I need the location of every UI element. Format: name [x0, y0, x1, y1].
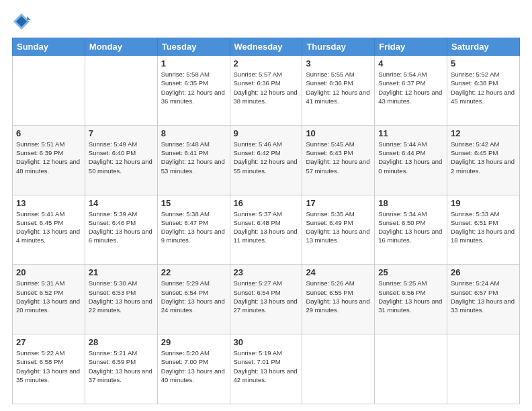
day-number: 25	[378, 267, 443, 277]
calendar-cell: 22Sunrise: 5:29 AM Sunset: 6:54 PM Dayli…	[157, 265, 230, 334]
day-number: 8	[161, 128, 226, 138]
day-number: 15	[161, 198, 226, 208]
day-number: 24	[306, 267, 371, 277]
day-number: 19	[451, 198, 516, 208]
day-info: Sunrise: 5:25 AM Sunset: 6:56 PM Dayligh…	[378, 279, 443, 314]
day-info: Sunrise: 5:44 AM Sunset: 6:44 PM Dayligh…	[378, 140, 443, 175]
day-number: 14	[89, 198, 154, 208]
calendar-cell: 27Sunrise: 5:22 AM Sunset: 6:58 PM Dayli…	[13, 334, 85, 404]
calendar-table: SundayMondayTuesdayWednesdayThursdayFrid…	[12, 38, 520, 404]
day-info: Sunrise: 5:49 AM Sunset: 6:40 PM Dayligh…	[89, 140, 154, 175]
day-info: Sunrise: 5:24 AM Sunset: 6:57 PM Dayligh…	[451, 279, 516, 314]
calendar-cell: 21Sunrise: 5:30 AM Sunset: 6:53 PM Dayli…	[85, 265, 157, 334]
logo-icon	[12, 12, 31, 31]
calendar-cell: 1Sunrise: 5:58 AM Sunset: 6:35 PM Daylig…	[157, 56, 230, 126]
day-info: Sunrise: 5:45 AM Sunset: 6:43 PM Dayligh…	[306, 140, 371, 175]
day-info: Sunrise: 5:46 AM Sunset: 6:42 PM Dayligh…	[234, 140, 299, 175]
calendar-cell	[302, 334, 375, 404]
day-info: Sunrise: 5:51 AM Sunset: 6:39 PM Dayligh…	[16, 140, 81, 175]
calendar-cell: 16Sunrise: 5:37 AM Sunset: 6:48 PM Dayli…	[230, 195, 302, 265]
day-number: 20	[16, 267, 81, 277]
day-info: Sunrise: 5:30 AM Sunset: 6:53 PM Dayligh…	[89, 279, 154, 314]
calendar-week-row: 13Sunrise: 5:41 AM Sunset: 6:45 PM Dayli…	[13, 195, 520, 265]
calendar-cell: 5Sunrise: 5:52 AM Sunset: 6:38 PM Daylig…	[447, 56, 520, 126]
day-number: 29	[161, 337, 226, 347]
weekday-header-monday: Monday	[85, 38, 157, 56]
day-number: 9	[234, 128, 299, 138]
calendar-week-row: 27Sunrise: 5:22 AM Sunset: 6:58 PM Dayli…	[13, 334, 520, 404]
day-number: 6	[16, 128, 81, 138]
day-info: Sunrise: 5:42 AM Sunset: 6:45 PM Dayligh…	[451, 140, 516, 175]
calendar-cell: 25Sunrise: 5:25 AM Sunset: 6:56 PM Dayli…	[375, 265, 447, 334]
day-info: Sunrise: 5:27 AM Sunset: 6:54 PM Dayligh…	[234, 279, 299, 314]
calendar-cell: 2Sunrise: 5:57 AM Sunset: 6:36 PM Daylig…	[230, 56, 302, 126]
calendar-cell: 14Sunrise: 5:39 AM Sunset: 6:46 PM Dayli…	[85, 195, 157, 265]
weekday-header-friday: Friday	[375, 38, 447, 56]
calendar-week-row: 1Sunrise: 5:58 AM Sunset: 6:35 PM Daylig…	[13, 56, 520, 126]
day-number: 28	[89, 337, 154, 347]
calendar-cell	[85, 56, 157, 126]
calendar-cell	[13, 56, 85, 126]
calendar-cell: 23Sunrise: 5:27 AM Sunset: 6:54 PM Dayli…	[230, 265, 302, 334]
logo	[12, 12, 34, 31]
day-number: 23	[234, 267, 299, 277]
day-number: 17	[306, 198, 371, 208]
calendar-cell: 11Sunrise: 5:44 AM Sunset: 6:44 PM Dayli…	[375, 125, 447, 195]
day-info: Sunrise: 5:33 AM Sunset: 6:51 PM Dayligh…	[451, 210, 516, 245]
day-number: 13	[16, 198, 81, 208]
day-info: Sunrise: 5:38 AM Sunset: 6:47 PM Dayligh…	[161, 210, 226, 245]
day-number: 16	[234, 198, 299, 208]
day-number: 22	[161, 267, 226, 277]
calendar-cell: 18Sunrise: 5:34 AM Sunset: 6:50 PM Dayli…	[375, 195, 447, 265]
day-info: Sunrise: 5:41 AM Sunset: 6:45 PM Dayligh…	[16, 210, 81, 245]
day-info: Sunrise: 5:31 AM Sunset: 6:52 PM Dayligh…	[16, 279, 81, 314]
day-number: 4	[378, 58, 443, 68]
weekday-header-thursday: Thursday	[302, 38, 375, 56]
day-number: 3	[306, 58, 371, 68]
header	[12, 12, 520, 31]
day-number: 27	[16, 337, 81, 347]
calendar-cell: 29Sunrise: 5:20 AM Sunset: 7:00 PM Dayli…	[157, 334, 230, 404]
day-info: Sunrise: 5:54 AM Sunset: 6:37 PM Dayligh…	[378, 70, 443, 105]
day-number: 7	[89, 128, 154, 138]
calendar-cell: 30Sunrise: 5:19 AM Sunset: 7:01 PM Dayli…	[230, 334, 302, 404]
day-info: Sunrise: 5:26 AM Sunset: 6:55 PM Dayligh…	[306, 279, 371, 314]
day-info: Sunrise: 5:58 AM Sunset: 6:35 PM Dayligh…	[161, 70, 226, 105]
day-info: Sunrise: 5:48 AM Sunset: 6:41 PM Dayligh…	[161, 140, 226, 175]
calendar-week-row: 6Sunrise: 5:51 AM Sunset: 6:39 PM Daylig…	[13, 125, 520, 195]
calendar-cell: 26Sunrise: 5:24 AM Sunset: 6:57 PM Dayli…	[447, 265, 520, 334]
day-number: 10	[306, 128, 371, 138]
calendar-cell: 9Sunrise: 5:46 AM Sunset: 6:42 PM Daylig…	[230, 125, 302, 195]
calendar-cell: 28Sunrise: 5:21 AM Sunset: 6:59 PM Dayli…	[85, 334, 157, 404]
weekday-header-sunday: Sunday	[13, 38, 85, 56]
day-info: Sunrise: 5:37 AM Sunset: 6:48 PM Dayligh…	[234, 210, 299, 245]
calendar-cell	[447, 334, 520, 404]
calendar-cell: 15Sunrise: 5:38 AM Sunset: 6:47 PM Dayli…	[157, 195, 230, 265]
calendar-cell: 3Sunrise: 5:55 AM Sunset: 6:36 PM Daylig…	[302, 56, 375, 126]
calendar-cell: 8Sunrise: 5:48 AM Sunset: 6:41 PM Daylig…	[157, 125, 230, 195]
day-info: Sunrise: 5:55 AM Sunset: 6:36 PM Dayligh…	[306, 70, 371, 105]
day-info: Sunrise: 5:52 AM Sunset: 6:38 PM Dayligh…	[451, 70, 516, 105]
page: SundayMondayTuesdayWednesdayThursdayFrid…	[0, 0, 532, 411]
calendar-cell: 12Sunrise: 5:42 AM Sunset: 6:45 PM Dayli…	[447, 125, 520, 195]
day-number: 11	[378, 128, 443, 138]
day-number: 2	[234, 58, 299, 68]
calendar-cell: 24Sunrise: 5:26 AM Sunset: 6:55 PM Dayli…	[302, 265, 375, 334]
day-info: Sunrise: 5:29 AM Sunset: 6:54 PM Dayligh…	[161, 279, 226, 314]
calendar-cell: 13Sunrise: 5:41 AM Sunset: 6:45 PM Dayli…	[13, 195, 85, 265]
calendar-cell: 19Sunrise: 5:33 AM Sunset: 6:51 PM Dayli…	[447, 195, 520, 265]
day-info: Sunrise: 5:21 AM Sunset: 6:59 PM Dayligh…	[89, 349, 154, 384]
calendar-cell: 6Sunrise: 5:51 AM Sunset: 6:39 PM Daylig…	[13, 125, 85, 195]
day-number: 18	[378, 198, 443, 208]
weekday-header-row: SundayMondayTuesdayWednesdayThursdayFrid…	[13, 38, 520, 56]
calendar-cell: 4Sunrise: 5:54 AM Sunset: 6:37 PM Daylig…	[375, 56, 447, 126]
calendar-cell: 10Sunrise: 5:45 AM Sunset: 6:43 PM Dayli…	[302, 125, 375, 195]
day-info: Sunrise: 5:20 AM Sunset: 7:00 PM Dayligh…	[161, 349, 226, 384]
calendar-cell: 17Sunrise: 5:35 AM Sunset: 6:49 PM Dayli…	[302, 195, 375, 265]
day-number: 21	[89, 267, 154, 277]
day-number: 5	[451, 58, 516, 68]
day-number: 12	[451, 128, 516, 138]
weekday-header-wednesday: Wednesday	[230, 38, 302, 56]
weekday-header-tuesday: Tuesday	[157, 38, 230, 56]
day-info: Sunrise: 5:19 AM Sunset: 7:01 PM Dayligh…	[234, 349, 299, 384]
